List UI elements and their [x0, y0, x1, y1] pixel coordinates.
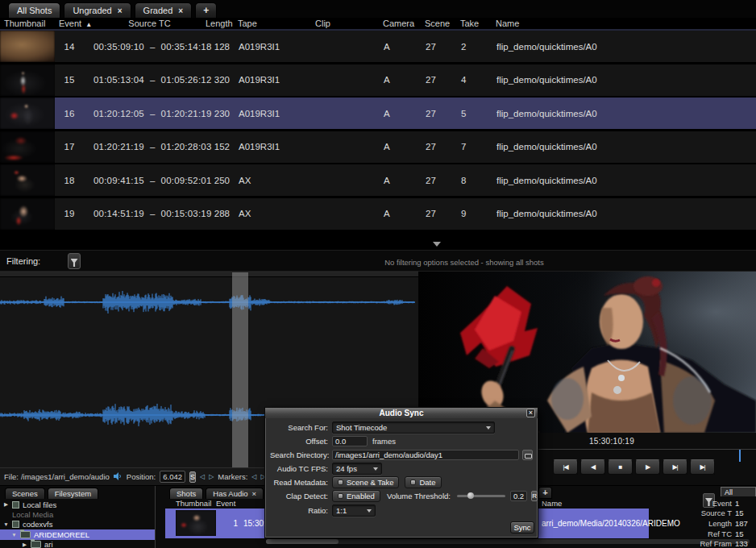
expand-collapsed-icon[interactable]: ▶: [3, 501, 9, 508]
audio-tc-fps-dropdown[interactable]: 24 fps: [332, 463, 382, 475]
date-toggle[interactable]: Date: [405, 476, 441, 488]
position-next-button[interactable]: ▷: [209, 472, 214, 482]
tab-all-shots[interactable]: All Shots: [8, 2, 60, 18]
tree-item-local-files[interactable]: ▶ Local files: [0, 500, 155, 509]
player-timeline[interactable]: [538, 449, 756, 450]
scrollbar-thumb[interactable]: [266, 539, 339, 544]
dialog-body: Search For: Shot Timecode Offset: 0.0 fr…: [265, 418, 538, 536]
shot-row-selected[interactable]: 16 01:20:12:05–01:20:21:19 230 A019R3I1 …: [0, 98, 756, 129]
close-icon[interactable]: ×: [178, 6, 183, 15]
ratio-dropdown[interactable]: 1:1: [332, 504, 376, 517]
dialog-titlebar[interactable]: Audio Sync ×: [265, 408, 538, 418]
col-name[interactable]: Name: [542, 499, 562, 508]
expand-open-icon[interactable]: ▼: [11, 532, 17, 538]
play-button[interactable]: ▶: [635, 459, 660, 475]
tab-shots[interactable]: Shots: [169, 488, 203, 499]
shot-row[interactable]: 15 01:05:13:04–01:05:26:12 320 A019R3I1 …: [0, 64, 756, 96]
col-scene[interactable]: Scene: [421, 19, 456, 28]
go-to-end-button[interactable]: ▶|: [690, 459, 715, 475]
go-to-start-button[interactable]: |◀: [553, 459, 578, 475]
offset-input[interactable]: 0.0: [332, 436, 368, 446]
marker-prev-button[interactable]: ◁: [251, 472, 256, 482]
close-icon[interactable]: ×: [252, 488, 257, 499]
dialog-close-button[interactable]: ×: [526, 409, 535, 417]
col-thumbnail[interactable]: Thumbnail: [0, 19, 55, 28]
filesystem-panel: Scenes Filesystem ▶ Local files Local Me…: [0, 486, 156, 548]
shot-row[interactable]: 18 00:09:41:15–00:09:52:01 250 AX A 27 8…: [0, 164, 756, 196]
add-tab-button[interactable]: +: [538, 487, 552, 499]
tree-item-aridemoreel[interactable]: ▼ ARIDEMOREEL: [0, 529, 155, 539]
close-icon[interactable]: ×: [118, 6, 123, 15]
waveform-playhead-region[interactable]: [232, 272, 248, 468]
tab-scenes[interactable]: Scenes: [5, 488, 45, 499]
tab-filesystem[interactable]: Filesystem: [48, 488, 98, 499]
col-source-tc[interactable]: Source TC: [93, 19, 201, 28]
tree-item-ari[interactable]: ▶ ari: [0, 540, 155, 548]
toggle-led-icon: [338, 493, 343, 499]
cell-take: 2: [456, 42, 492, 52]
col-camera[interactable]: Camera: [379, 19, 421, 28]
snap-button[interactable]: S: [189, 471, 196, 483]
position-prev-button[interactable]: ◁: [200, 472, 205, 482]
col-take[interactable]: Take: [456, 19, 492, 28]
cell-take: 7: [456, 142, 492, 152]
volume-threshold-input[interactable]: 0.2: [510, 491, 527, 501]
reset-threshold-button[interactable]: R: [531, 491, 538, 501]
info-tab-all[interactable]: All: [721, 487, 756, 496]
col-tape[interactable]: Tape: [234, 19, 311, 28]
filter-funnel-button[interactable]: [68, 253, 81, 269]
tab-has-audio[interactable]: Has Audio×: [206, 488, 264, 499]
cell-name: arri_demo/Media/20140326/ARIDEMO: [542, 519, 680, 528]
tab-label: Ungraded: [73, 6, 111, 15]
col-clip[interactable]: Clip: [311, 19, 379, 28]
panel-collapse-handle[interactable]: [429, 242, 445, 249]
cell-source-tc: 01:20:21:19–01:20:28:03: [93, 142, 201, 152]
cell-name: flip_demo/quicktimes/A0: [492, 42, 756, 52]
cell-camera: A: [379, 42, 421, 52]
slider-thumb[interactable]: [467, 492, 474, 499]
shot-row[interactable]: 19 00:14:51:19–00:15:03:19 288 AX A 27 9…: [0, 198, 756, 230]
col-name[interactable]: Name: [492, 19, 756, 28]
col-thumbnail[interactable]: Thumbnail: [176, 499, 211, 508]
cell-name: flip_demo/quicktimes/A0: [492, 176, 756, 185]
expand-collapsed-icon[interactable]: ▶: [22, 542, 27, 548]
tree-item-codexvfs[interactable]: ▼ codexvfs: [0, 520, 155, 529]
col-event[interactable]: Event▲: [55, 19, 93, 28]
cell-event: 18: [55, 176, 93, 185]
playhead[interactable]: [739, 450, 741, 462]
position-input[interactable]: 6.042: [160, 471, 185, 483]
scene-take-toggle[interactable]: Scene & Take: [332, 476, 399, 488]
step-forward-button[interactable]: ▶|: [663, 459, 687, 475]
player-timecode: 15:30:10:19: [539, 437, 684, 446]
cell-length: 152: [201, 142, 234, 152]
cell-length: 320: [201, 75, 234, 85]
tab-ungraded[interactable]: Ungraded×: [64, 2, 131, 18]
shot-row[interactable]: 14 00:35:09:10–00:35:14:18 128 A019R3I1 …: [0, 31, 756, 62]
cell-event: 16: [55, 109, 93, 118]
info-row: Ref TC15: [675, 529, 756, 539]
dialog-title: Audio Sync: [379, 409, 423, 417]
cell-event: 1: [220, 519, 238, 528]
add-tab-button[interactable]: +: [195, 2, 217, 18]
clap-detect-enabled-toggle[interactable]: Enabled: [332, 490, 380, 502]
step-back-button[interactable]: ◀: [580, 459, 605, 475]
col-length[interactable]: Length: [201, 19, 234, 28]
shot-thumbnail: [176, 510, 216, 536]
audio-file-bar: File:/images1/arri_demo/audio Position: …: [0, 467, 266, 485]
shot-thumbnail: [0, 31, 55, 62]
sync-button[interactable]: Sync: [510, 521, 534, 533]
shot-row[interactable]: 17 01:20:21:19–01:20:28:03 152 A019R3I1 …: [0, 131, 756, 163]
stop-button[interactable]: ■: [608, 459, 633, 475]
tab-graded[interactable]: Graded×: [135, 2, 193, 18]
expand-open-icon[interactable]: ▼: [3, 521, 9, 527]
browse-folder-button[interactable]: [522, 450, 533, 460]
col-event[interactable]: Event: [216, 499, 235, 508]
tree-item-local-media[interactable]: Local Media: [0, 509, 155, 519]
file-path: /images1/arri_demo/audio: [21, 472, 110, 481]
search-directory-input[interactable]: /images1/arri_demo/audio/day1: [332, 450, 519, 460]
cell-camera: A: [379, 209, 421, 218]
volume-threshold-slider[interactable]: [457, 495, 505, 497]
cell-scene: 27: [421, 42, 456, 52]
speaker-icon[interactable]: [114, 472, 123, 482]
search-for-dropdown[interactable]: Shot Timecode: [332, 421, 495, 434]
